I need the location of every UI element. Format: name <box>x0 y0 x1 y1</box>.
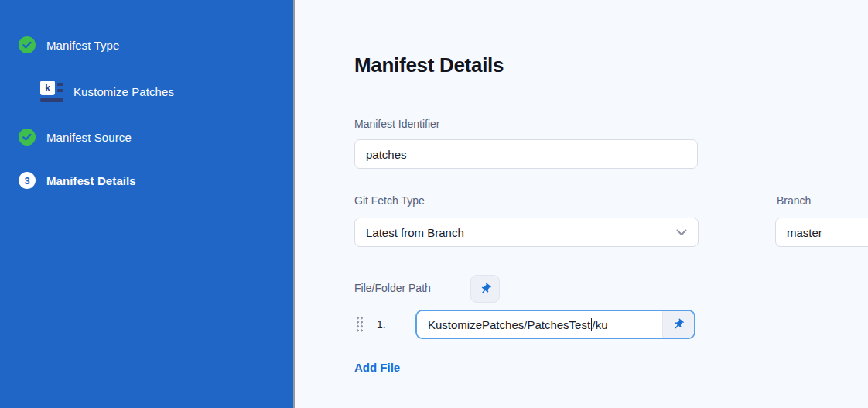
wizard-steps-sidebar: Manifest Type k Kustomize Patches Manife… <box>0 0 295 408</box>
page-title: Manifest Details <box>354 53 504 77</box>
check-icon <box>19 36 36 53</box>
chevron-down-icon <box>676 229 687 236</box>
step-manifest-details-current[interactable]: 3 Manifest Details <box>19 172 136 189</box>
step-label: Manifest Type <box>46 39 119 52</box>
manifest-wizard-window: Manifest Type k Kustomize Patches Manife… <box>0 0 868 408</box>
step-number-badge: 3 <box>19 172 36 189</box>
runtime-input-pin-button[interactable] <box>470 275 500 303</box>
manifest-identifier-input[interactable]: patches <box>354 139 698 169</box>
step-sub-kustomize-patches[interactable]: k Kustomize Patches <box>40 81 174 103</box>
step-manifest-type[interactable]: Manifest Type <box>19 36 119 53</box>
check-icon <box>19 129 36 146</box>
branch-value: master <box>787 226 822 239</box>
git-fetch-type-dropdown[interactable]: Latest from Branch <box>354 218 699 247</box>
manifest-identifier-label: Manifest Identifier <box>354 118 440 130</box>
path-row-input-group: KustomizePatches/PatchesTest/ku <box>415 310 695 339</box>
manifest-details-panel: Manifest Details Manifest Identifier pat… <box>295 0 868 408</box>
path-row-index: 1. <box>377 318 386 331</box>
pin-icon <box>672 318 685 331</box>
kustomize-icon: k <box>40 81 63 103</box>
pin-icon <box>479 283 492 296</box>
file-path-value-after-caret: /ku <box>593 318 608 331</box>
step-label: Manifest Details <box>46 174 136 187</box>
file-folder-path-label: File/Folder Path <box>354 282 431 294</box>
path-pin-toggle-button[interactable] <box>662 311 694 338</box>
branch-input[interactable]: master <box>775 218 868 247</box>
step-label: Manifest Source <box>46 131 132 144</box>
drag-handle-icon[interactable] <box>356 316 364 332</box>
add-file-button[interactable]: Add File <box>354 361 400 374</box>
step-label: Kustomize Patches <box>73 85 174 98</box>
git-fetch-type-label: Git Fetch Type <box>354 194 425 207</box>
file-path-input[interactable]: KustomizePatches/PatchesTest/ku <box>417 311 662 338</box>
git-fetch-type-value: Latest from Branch <box>366 226 464 239</box>
manifest-identifier-value: patches <box>366 148 407 161</box>
step-manifest-source[interactable]: Manifest Source <box>19 129 132 146</box>
branch-label: Branch <box>777 194 811 207</box>
file-path-value-before-caret: KustomizePatches/PatchesTest <box>428 318 590 331</box>
